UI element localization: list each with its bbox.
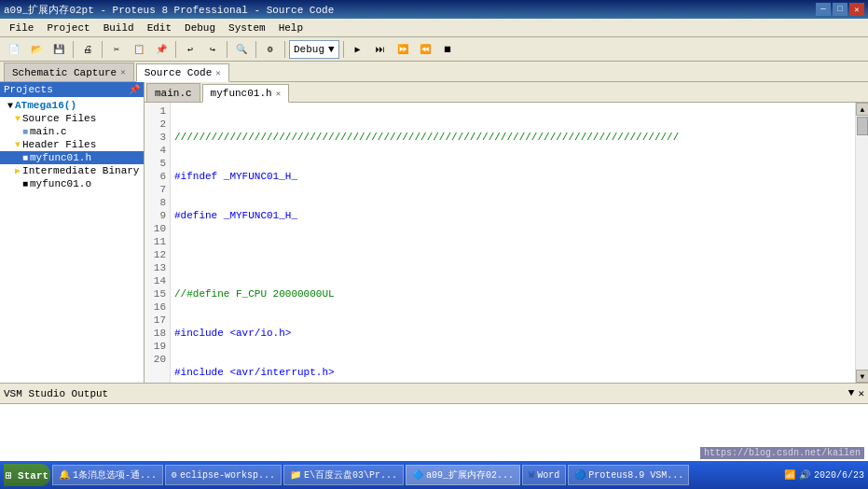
menu-help[interactable]: Help xyxy=(273,21,309,35)
tray-network-icon: 📶 xyxy=(784,469,795,481)
tree-label-main-c: main.c xyxy=(30,126,67,137)
line-num-2: 2 xyxy=(145,118,166,131)
paste-button[interactable]: 📌 xyxy=(151,39,172,60)
line-num-14: 14 xyxy=(145,274,166,287)
taskbar-item-5[interactable]: 🔵 Proteus8.9 VSM... xyxy=(568,465,689,485)
window-controls[interactable]: ─ □ ✕ xyxy=(816,3,864,16)
menu-bar: File Project Build Edit Debug System Hel… xyxy=(0,19,868,37)
menu-debug[interactable]: Debug xyxy=(179,21,221,35)
scroll-down-arrow[interactable]: ▼ xyxy=(856,370,868,383)
tree-item-header-files[interactable]: ▼ Header Files xyxy=(0,138,144,151)
projects-panel: Projects 📌 ▼ ATmega16() ▼ Source Files ■… xyxy=(0,82,145,383)
close-button[interactable]: ✕ xyxy=(849,3,864,16)
tree-label-myfunc01-h: myfunc01.h xyxy=(30,152,91,163)
tree-item-myfunc01-h[interactable]: ■ myfunc01.h xyxy=(0,151,144,164)
taskbar-label-5: Proteus8.9 VSM... xyxy=(588,470,683,481)
tab-source-close[interactable]: ✕ xyxy=(215,68,220,78)
taskbar-label-4: Word xyxy=(537,470,559,481)
tree-item-source-files[interactable]: ▼ Source Files xyxy=(0,112,144,125)
code-tab-main-label: main.c xyxy=(155,88,192,99)
tree-item-main-c[interactable]: ■ main.c xyxy=(0,125,144,138)
taskbar-label-0: 1条消息选项-通... xyxy=(73,468,157,482)
tray-volume-icon: 🔊 xyxy=(799,469,810,481)
tab-source[interactable]: Source Code ✕ xyxy=(136,63,229,82)
cut-button[interactable]: ✂ xyxy=(106,39,127,60)
title-bar: a09_扩展内存02pt - Proteus 8 Professional - … xyxy=(0,0,868,19)
pin-icon[interactable]: 📌 xyxy=(129,84,140,95)
scroll-up-arrow[interactable]: ▲ xyxy=(856,103,868,116)
taskbar-item-0[interactable]: 🔔 1条消息选项-通... xyxy=(52,465,163,485)
tray-time: 2020/6/23 xyxy=(814,470,864,481)
tree-label-intermediate: Intermediate Binary Files xyxy=(22,165,144,176)
line-num-3: 3 xyxy=(145,131,166,144)
compile-button[interactable]: ⚙ xyxy=(260,39,281,60)
line-num-6: 6 xyxy=(145,170,166,183)
editor-scrollbar-v[interactable]: ▲ ▼ xyxy=(855,103,868,383)
stepout-button[interactable]: ⏪ xyxy=(415,39,435,60)
code-editor: 1 2 3 4 5 6 7 8 9 10 11 12 13 14 15 16 1… xyxy=(145,103,868,383)
scroll-thumb[interactable] xyxy=(857,117,868,135)
undo-button[interactable]: ↩ xyxy=(180,39,200,60)
start-button[interactable]: ⊞ Start xyxy=(4,464,50,486)
title-text: a09_扩展内存02pt - Proteus 8 Professional - … xyxy=(4,3,334,17)
line-num-12: 12 xyxy=(145,248,166,261)
code-tab-main[interactable]: main.c xyxy=(146,83,200,102)
taskbar-item-2[interactable]: 📁 E\百度云盘03\Pr... xyxy=(283,465,404,485)
line-num-20: 20 xyxy=(145,353,166,366)
tab-schematic-close[interactable]: ✕ xyxy=(120,67,125,77)
toolbar-sep-6 xyxy=(284,41,285,58)
maximize-button[interactable]: □ xyxy=(833,3,847,16)
taskbar-icon-3: 🔷 xyxy=(412,469,423,481)
code-tab-myfunc[interactable]: myfunc01.h ✕ xyxy=(202,84,289,103)
vsm-close-icon[interactable]: ✕ xyxy=(858,387,864,399)
vsm-output-label: VSM Studio Output xyxy=(4,388,108,399)
menu-build[interactable]: Build xyxy=(98,21,140,35)
debug-dropdown-arrow[interactable]: ▼ xyxy=(328,44,335,55)
tree-item-atmega16[interactable]: ▼ ATmega16() xyxy=(0,99,144,112)
debug-dropdown[interactable]: Debug ▼ xyxy=(289,40,339,59)
line-numbers: 1 2 3 4 5 6 7 8 9 10 11 12 13 14 15 16 1… xyxy=(145,103,171,383)
stepover-button[interactable]: ⏩ xyxy=(393,39,413,60)
line-num-7: 7 xyxy=(145,183,166,196)
new-button[interactable]: 📄 xyxy=(4,39,24,60)
close-icon-myfunc[interactable]: ✕ xyxy=(276,89,281,99)
taskbar: ⊞ Start 🔔 1条消息选项-通... ⚙ eclipse-worksp..… xyxy=(0,461,868,489)
tree-item-intermediate[interactable]: ▶ Intermediate Binary Files xyxy=(0,164,144,177)
taskbar-item-3[interactable]: 🔷 a09_扩展内存02... xyxy=(406,465,520,485)
vsm-expand-icon[interactable]: ▼ xyxy=(848,387,855,399)
copy-button[interactable]: 📋 xyxy=(129,39,149,60)
minimize-button[interactable]: ─ xyxy=(816,3,831,16)
redo-button[interactable]: ↪ xyxy=(202,39,223,60)
line-num-18: 18 xyxy=(145,327,166,340)
reset-button[interactable]: ⏹ xyxy=(437,39,458,60)
line-num-17: 17 xyxy=(145,314,166,327)
tree-item-myfunc01-o[interactable]: ■ myfunc01.o xyxy=(0,177,144,190)
line-num-1: 1 xyxy=(145,105,166,118)
taskbar-item-4[interactable]: W Word xyxy=(522,465,566,485)
code-line-7: #include <avr/interrupt.h> xyxy=(174,366,851,379)
run-button[interactable]: ▶ xyxy=(348,39,368,60)
debug-label: Debug xyxy=(294,44,324,55)
save-button[interactable]: 💾 xyxy=(48,39,69,60)
code-tab-bar: main.c myfunc01.h ✕ xyxy=(145,82,868,103)
menu-file[interactable]: File xyxy=(4,21,39,35)
code-content[interactable]: ////////////////////////////////////////… xyxy=(171,103,855,383)
taskbar-tray: 📶 🔊 2020/6/23 xyxy=(784,469,864,481)
find-button[interactable]: 🔍 xyxy=(231,39,252,60)
vsm-output-controls[interactable]: ▼ ✕ xyxy=(848,387,864,399)
open-button[interactable]: 📂 xyxy=(26,39,47,60)
line-num-10: 10 xyxy=(145,222,166,235)
code-line-3: #define _MYFUNC01_H_ xyxy=(174,209,851,222)
step-button[interactable]: ⏭ xyxy=(370,39,391,60)
taskbar-icon-4: W xyxy=(529,470,534,481)
menu-edit[interactable]: Edit xyxy=(142,21,177,35)
taskbar-item-1[interactable]: ⚙ eclipse-worksp... xyxy=(165,465,282,485)
tab-schematic[interactable]: Schematic Capture ✕ xyxy=(4,63,134,81)
print-button[interactable]: 🖨 xyxy=(77,39,98,60)
file-icon-main: ■ xyxy=(22,127,28,137)
toolbar-sep-5 xyxy=(255,41,256,58)
menu-system[interactable]: System xyxy=(223,21,271,35)
line-num-8: 8 xyxy=(145,196,166,209)
taskbar-label-2: E\百度云盘03\Pr... xyxy=(304,468,397,482)
menu-project[interactable]: Project xyxy=(41,21,95,35)
